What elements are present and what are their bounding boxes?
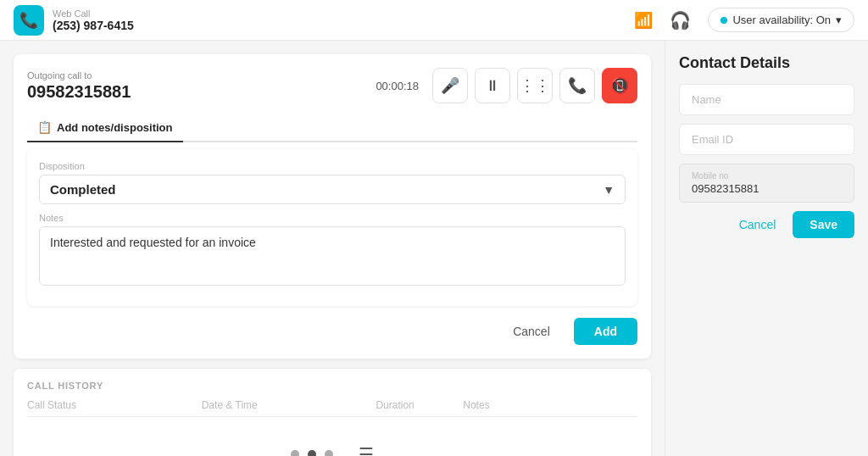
right-panel: Contact Details Name Email ID Mobile no … bbox=[665, 41, 868, 456]
availability-label: User availability: On bbox=[732, 14, 831, 26]
tab-notes-disposition[interactable]: 📋 Add notes/disposition bbox=[27, 114, 183, 142]
disposition-field-group: Disposition Completed ▼ bbox=[39, 161, 626, 204]
left-panel: Outgoing call to 09582315881 00:00:18 🎤 … bbox=[0, 41, 665, 456]
top-phone-number: (253) 987-6415 bbox=[53, 19, 134, 32]
disposition-value: Completed bbox=[50, 182, 116, 197]
availability-caret: ▾ bbox=[836, 14, 842, 26]
availability-dot bbox=[721, 17, 727, 24]
call-history-card: CALL HISTORY Call Status Date & Time Dur… bbox=[14, 369, 651, 456]
mobile-label: Mobile no bbox=[692, 171, 842, 181]
dialpad-icon: ⋮⋮ bbox=[520, 76, 550, 95]
disposition-form: Disposition Completed ▼ Notes Interested… bbox=[27, 149, 637, 306]
transfer-button[interactable]: 📞 bbox=[559, 68, 595, 103]
mobile-value: 09582315881 bbox=[692, 182, 842, 195]
right-actions: Cancel Save bbox=[679, 211, 854, 238]
name-field[interactable]: Name bbox=[679, 84, 854, 115]
table-header: Call Status Date & Time Duration Notes bbox=[27, 399, 637, 417]
col-call-status: Call Status bbox=[27, 399, 202, 411]
add-button[interactable]: Add bbox=[574, 318, 637, 345]
availability-button[interactable]: User availability: On ▾ bbox=[708, 8, 854, 32]
wifi-icon: 📶 bbox=[634, 11, 653, 30]
headset-icon: 🎧 bbox=[670, 10, 691, 31]
cancel-button[interactable]: Cancel bbox=[499, 318, 564, 345]
call-info-row: Outgoing call to 09582315881 00:00:18 🎤 … bbox=[27, 68, 637, 103]
hamburger-icon[interactable]: ☰ bbox=[359, 444, 374, 456]
hangup-button[interactable]: 📵 bbox=[602, 68, 637, 103]
right-cancel-button[interactable]: Cancel bbox=[731, 211, 785, 238]
tab-notes-label: Add notes/disposition bbox=[57, 121, 173, 134]
hangup-icon: 📵 bbox=[610, 76, 629, 95]
tabs-row: 📋 Add notes/disposition bbox=[27, 114, 637, 142]
disposition-label: Disposition bbox=[39, 161, 626, 171]
email-placeholder: Email ID bbox=[692, 133, 733, 146]
table-footer: ☰ bbox=[27, 437, 637, 456]
web-call-info: Web Call (253) 987-6415 bbox=[53, 8, 134, 32]
mobile-field-group: Mobile no 09582315881 bbox=[679, 164, 854, 203]
notes-label: Notes bbox=[39, 213, 626, 223]
pause-icon: ⏸ bbox=[485, 77, 500, 95]
outgoing-label: Outgoing call to bbox=[27, 70, 131, 81]
phone-logo-icon: 📞 bbox=[14, 5, 44, 36]
call-controls: 00:00:18 🎤 ⏸ ⋮⋮ 📞 📵 bbox=[376, 68, 637, 103]
logo-area: 📞 Web Call (253) 987-6415 bbox=[14, 5, 134, 36]
top-bar-right: 📶 🎧 User availability: On ▾ bbox=[634, 8, 854, 32]
dropdown-arrow-icon: ▼ bbox=[603, 183, 615, 197]
dot-nav-3[interactable] bbox=[325, 450, 333, 456]
email-field[interactable]: Email ID bbox=[679, 124, 854, 155]
call-card: Outgoing call to 09582315881 00:00:18 🎤 … bbox=[14, 54, 651, 359]
transfer-icon: 📞 bbox=[568, 76, 587, 95]
col-date-time: Date & Time bbox=[202, 399, 376, 411]
top-bar: 📞 Web Call (253) 987-6415 📶 🎧 User avail… bbox=[0, 0, 868, 41]
call-details: Outgoing call to 09582315881 bbox=[27, 70, 131, 102]
pause-button[interactable]: ⏸ bbox=[475, 68, 510, 103]
mute-icon: 🎤 bbox=[441, 76, 459, 95]
main-layout: Outgoing call to 09582315881 00:00:18 🎤 … bbox=[0, 41, 868, 456]
right-save-button[interactable]: Save bbox=[793, 211, 854, 238]
note-tab-icon: 📋 bbox=[37, 120, 52, 134]
call-timer: 00:00:18 bbox=[376, 80, 419, 92]
call-number: 09582315881 bbox=[27, 82, 131, 102]
notes-textarea[interactable]: Interested and requested for an invoice bbox=[39, 226, 626, 286]
notes-field-group: Notes Interested and requested for an in… bbox=[39, 213, 626, 286]
disposition-select[interactable]: Completed ▼ bbox=[39, 175, 626, 204]
col-duration: Duration bbox=[376, 399, 463, 411]
web-call-label: Web Call bbox=[53, 8, 134, 19]
col-notes: Notes bbox=[463, 399, 637, 411]
contact-details-title: Contact Details bbox=[679, 54, 854, 72]
form-actions: Cancel Add bbox=[27, 318, 637, 345]
mute-button[interactable]: 🎤 bbox=[432, 68, 468, 103]
dot-nav-1[interactable] bbox=[291, 450, 299, 456]
dialpad-button[interactable]: ⋮⋮ bbox=[517, 68, 553, 103]
dot-nav-2[interactable] bbox=[308, 450, 316, 456]
name-placeholder: Name bbox=[692, 93, 721, 106]
call-history-title: CALL HISTORY bbox=[27, 381, 637, 391]
